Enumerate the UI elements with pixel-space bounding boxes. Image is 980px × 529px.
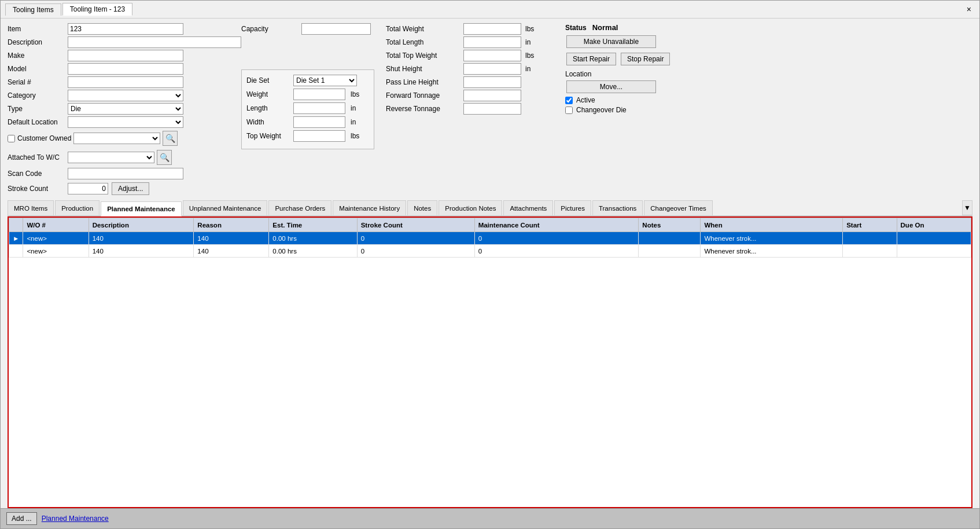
model-input[interactable] [68, 63, 183, 75]
serial-row: Serial # [8, 76, 241, 88]
close-button[interactable]: × [963, 3, 975, 15]
type-label: Type [8, 105, 65, 113]
default-location-row: Default Location [8, 116, 241, 128]
shut-height-input[interactable] [463, 63, 521, 75]
reverse-tonnage-input[interactable] [463, 103, 521, 115]
length-label: Length [246, 104, 290, 112]
tab-purchase-orders[interactable]: Purchase Orders [268, 200, 331, 215]
active-checkbox[interactable] [565, 97, 573, 104]
type-select[interactable]: Die [68, 103, 183, 115]
cell-due-on [897, 232, 971, 245]
weight-row: Weight lbs [246, 89, 369, 100]
total-length-unit: in [525, 38, 530, 46]
serial-input[interactable] [68, 76, 183, 88]
weight-input[interactable] [293, 89, 345, 100]
tab-planned-maintenance[interactable]: Planned Maintenance [101, 201, 182, 216]
tab-transactions[interactable]: Transactions [592, 200, 643, 215]
scan-code-input[interactable] [68, 168, 183, 179]
die-set-row: Die Set Die Set 1 [246, 75, 369, 86]
capacity-row: Capacity [241, 23, 380, 35]
shut-height-row: Shut Height in [386, 63, 559, 75]
total-top-weight-unit: lbs [525, 52, 534, 60]
make-row: Make [8, 50, 241, 61]
row-indicator [9, 245, 23, 258]
tabs-row: MRO Items Production Planned Maintenance… [8, 200, 972, 216]
tab-maintenance-history[interactable]: Maintenance History [333, 200, 406, 215]
cell-reason: 140 [194, 232, 269, 245]
tab-production[interactable]: Production [55, 200, 100, 215]
forward-tonnage-input[interactable] [463, 90, 521, 101]
make-input[interactable] [68, 50, 183, 61]
attached-wc-select[interactable] [68, 152, 154, 163]
customer-owned-select[interactable] [73, 133, 160, 144]
pass-line-height-input[interactable] [463, 76, 521, 88]
make-unavailable-button[interactable]: Make Unavailable [566, 35, 656, 48]
left-column: Item Description Make Model Serial # Cat… [8, 23, 241, 198]
tab-changeover-times[interactable]: Changeover Times [644, 200, 713, 215]
search-icon-1[interactable]: 🔍 [163, 131, 178, 146]
total-top-weight-input[interactable] [463, 50, 521, 61]
top-weight-unit: lbs [351, 132, 359, 140]
customer-owned-label: Customer Owned [17, 134, 71, 142]
capacity-input[interactable] [301, 23, 371, 35]
die-set-select[interactable]: Die Set 1 [293, 75, 357, 86]
model-row: Model [8, 63, 241, 75]
width-input[interactable] [293, 116, 345, 128]
add-button[interactable]: Add ... [6, 512, 37, 525]
move-row: Move... [565, 79, 972, 94]
status-label: Status [565, 24, 587, 32]
forward-tonnage-row: Forward Tonnage [386, 90, 559, 101]
default-location-select[interactable] [68, 116, 183, 128]
scan-code-label: Scan Code [8, 170, 65, 178]
cell-start [843, 245, 897, 258]
tab-production-notes[interactable]: Production Notes [439, 200, 502, 215]
repair-buttons-row: Start Repair Stop Repair [565, 52, 972, 67]
cell-due-on [897, 245, 971, 258]
length-input[interactable] [293, 102, 345, 114]
main-window: Tooling Items Tooling Item - 123 × Item … [0, 0, 980, 529]
move-button[interactable]: Move... [566, 80, 656, 93]
tab-pictures[interactable]: Pictures [554, 200, 591, 215]
changeover-die-checkbox[interactable] [565, 106, 573, 114]
col-indicator [9, 218, 23, 232]
bottom-section-label: Planned Maintenance [42, 515, 109, 523]
tab-tooling-item-123[interactable]: Tooling Item - 123 [62, 3, 132, 16]
form-area: Item Description Make Model Serial # Cat… [1, 19, 979, 200]
description-input[interactable] [68, 36, 241, 48]
start-repair-button[interactable]: Start Repair [566, 53, 616, 65]
total-weight-input[interactable] [463, 23, 521, 35]
status-row: Status Normal [565, 23, 972, 32]
item-input[interactable] [68, 23, 183, 35]
adjust-button[interactable]: Adjust... [112, 182, 149, 195]
capacity-label: Capacity [241, 25, 299, 33]
width-unit: in [351, 118, 356, 126]
top-weight-input[interactable] [293, 130, 345, 142]
total-top-weight-label: Total Top Weight [386, 52, 461, 60]
category-select[interactable] [68, 90, 183, 101]
shut-height-label: Shut Height [386, 65, 461, 73]
tab-notes[interactable]: Notes [407, 200, 437, 215]
stop-repair-button[interactable]: Stop Repair [621, 53, 670, 65]
width-row: Width in [246, 116, 369, 128]
total-top-weight-row: Total Top Weight lbs [386, 50, 559, 61]
attached-wc-label: Attached To W/C [8, 153, 65, 161]
location-label: Location [565, 70, 972, 78]
tab-tooling-items[interactable]: Tooling Items [5, 3, 61, 16]
col-start: Start [843, 218, 897, 232]
col-maintenance-count: Maintenance Count [474, 218, 639, 232]
status-column: Status Normal Make Unavailable Start Rep… [559, 23, 972, 198]
cell-wo: <new> [23, 232, 89, 245]
shut-height-unit: in [525, 65, 530, 73]
total-length-input[interactable] [463, 36, 521, 48]
customer-owned-checkbox[interactable] [8, 135, 15, 142]
total-weight-unit: lbs [525, 25, 534, 33]
search-icon-2[interactable]: 🔍 [157, 150, 172, 165]
tab-mro-items[interactable]: MRO Items [8, 200, 54, 215]
table-row[interactable]: ► <new> 140 140 0.00 hrs 0 0 Whenever st… [9, 232, 971, 245]
pass-line-height-label: Pass Line Height [386, 78, 461, 86]
tab-attachments[interactable]: Attachments [503, 200, 553, 215]
table-row[interactable]: <new> 140 140 0.00 hrs 0 0 Whenever stro… [9, 245, 971, 258]
stroke-count-input[interactable] [68, 183, 108, 194]
tab-scroll-arrow[interactable]: ▼ [962, 200, 972, 215]
tab-unplanned-maintenance[interactable]: Unplanned Maintenance [183, 200, 268, 215]
